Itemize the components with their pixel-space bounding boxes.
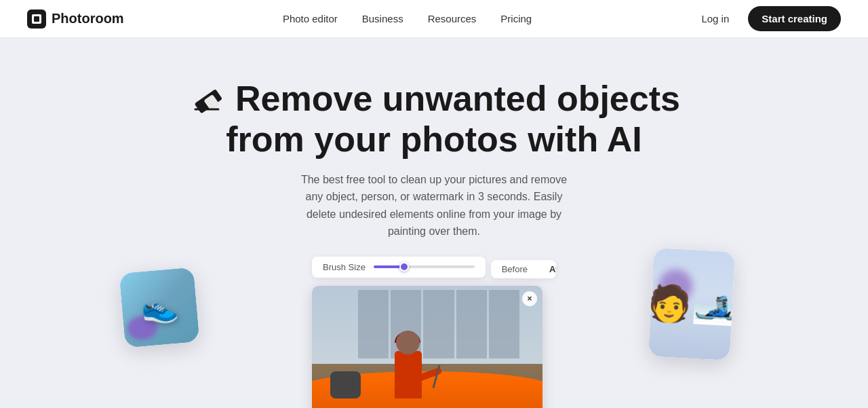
logo-icon	[27, 10, 46, 29]
close-editor-button[interactable]: ×	[522, 291, 537, 306]
float-card-person-inner: 🧑‍🎿	[648, 248, 735, 360]
start-creating-button[interactable]: Start creating	[748, 6, 841, 31]
person-head	[396, 331, 420, 354]
scene-background	[312, 286, 542, 408]
nav-pricing[interactable]: Pricing	[500, 13, 532, 24]
hero-heading: Remove unwanted objects from your photos…	[188, 79, 680, 240]
navbar: Photoroom Photo editor Business Resource…	[0, 0, 868, 38]
person-silhouette	[381, 317, 435, 398]
eraser-icon	[188, 80, 226, 118]
strip-4	[456, 290, 487, 358]
before-after-toggle: Before After	[491, 260, 556, 278]
nav-photo-editor[interactable]: Photo editor	[283, 13, 338, 24]
hero-subtitle: The best free tool to clean up your pict…	[292, 171, 576, 240]
brush-slider-thumb	[399, 262, 409, 272]
brush-size-control: Brush Size	[312, 257, 486, 278]
float-card-shoes-inner: 👟	[119, 267, 199, 348]
bag	[330, 371, 361, 398]
float-card-person: 🧑‍🎿	[648, 248, 735, 360]
logo[interactable]: Photoroom	[27, 10, 124, 29]
demo-area: 👟 🧑‍🎿 Brush Size Before After	[312, 257, 556, 408]
logo-text: Photoroom	[52, 11, 124, 26]
image-editor[interactable]: ×	[312, 286, 542, 408]
svg-rect-1	[34, 16, 39, 22]
hero-title-line1: Remove unwanted objects	[235, 79, 680, 119]
brush-size-label: Brush Size	[323, 262, 366, 272]
nav-resources[interactable]: Resources	[428, 13, 477, 24]
person-emoji: 🧑‍🎿	[648, 281, 735, 327]
brush-slider-track[interactable]	[374, 265, 475, 268]
hero-title-line2: from your photos with AI	[188, 119, 680, 160]
after-button[interactable]: After	[538, 260, 556, 278]
nav-actions: Log in Start creating	[690, 6, 841, 31]
hero-section: Remove unwanted objects from your photos…	[0, 38, 868, 408]
float-card-shoes: 👟	[119, 267, 199, 348]
login-button[interactable]: Log in	[690, 7, 740, 30]
strip-5	[489, 290, 519, 358]
shoes-emoji: 👟	[139, 289, 179, 327]
hero-title-row: Remove unwanted objects	[188, 79, 680, 119]
before-button[interactable]: Before	[491, 260, 538, 278]
nav-links: Photo editor Business Resources Pricing	[283, 13, 532, 25]
nav-business[interactable]: Business	[362, 13, 403, 24]
